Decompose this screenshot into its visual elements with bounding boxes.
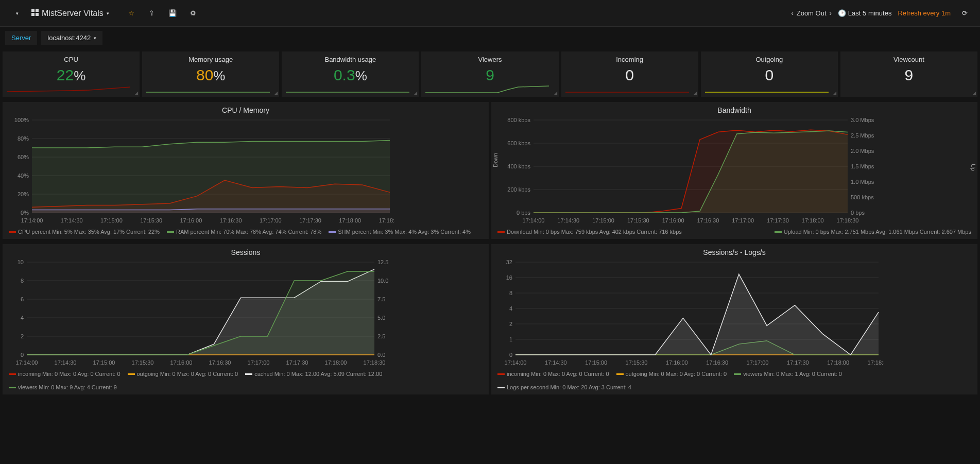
singlestat-title: Viewers [425,56,554,63]
legend-entry[interactable]: outgoing Min: 0 Max: 0 Avg: 0 Current: 0 [616,371,727,377]
svg-text:17:15:30: 17:15:30 [132,359,154,366]
y-axis-right-label: Up [970,164,976,171]
charts-row-1: CPU / Memory 0%20%40%60%80%100%17:14:001… [0,99,980,242]
svg-text:200 kbps: 200 kbps [507,186,530,193]
legend-swatch [128,373,135,375]
svg-text:400 kbps: 400 kbps [507,163,530,169]
legend-swatch [9,387,16,388]
caret-down-icon: ▾ [107,11,109,16]
singlestat-panel[interactable]: Viewcount 9 ◢ [840,51,977,97]
dashboard-title: MistServer Vitals [42,9,104,18]
clock-icon: 🕑 [838,9,846,17]
svg-text:20%: 20% [18,191,29,197]
chart-svg: 01248163217:14:0017:14:3017:15:0017:15:3… [497,260,884,368]
singlestat-panel[interactable]: Memory usage 80% ◢ [142,51,279,97]
settings-button[interactable]: ⚙ [185,6,201,21]
svg-text:5.0: 5.0 [377,315,385,321]
legend-swatch [497,231,505,233]
template-var-label[interactable]: Server [5,31,37,45]
legend-swatch [734,373,741,375]
resize-handle-icon[interactable]: ◢ [833,91,836,95]
legend-entry[interactable]: Logs per second Min: 0 Max: 20 Avg: 3 Cu… [497,384,631,390]
panel-cpu-memory[interactable]: CPU / Memory 0%20%40%60%80%100%17:14:001… [3,102,489,239]
chart-svg: 0 bps200 kbps400 kbps600 kbps800 kbps0 b… [497,117,884,226]
singlestat-panel[interactable]: CPU 22% ◢ [3,51,140,97]
singlestat-panel[interactable]: Viewers 9 ◢ [421,51,558,97]
template-var-value[interactable]: localhost:4242 ▾ [41,31,102,45]
legend-text: Download Min: 0 bps Max: 759 kbps Avg: 4… [507,229,682,235]
save-button[interactable]: 💾 [165,6,180,21]
resize-handle-icon[interactable]: ◢ [554,91,557,95]
refresh-interval[interactable]: Refresh every 1m [898,9,951,17]
dashboard-picker[interactable]: MistServer Vitals ▾ [26,6,114,21]
legend-swatch [329,231,336,233]
legend-swatch [9,373,16,375]
svg-text:17:15:00: 17:15:00 [585,359,607,366]
singlestat-panel[interactable]: Outgoing 0 ◢ [701,51,838,97]
legend-text: incoming Min: 0 Max: 0 Avg: 0 Current: 0 [507,371,609,377]
resize-handle-icon[interactable]: ◢ [973,91,976,95]
resize-handle-icon[interactable]: ◢ [274,91,278,95]
svg-text:17:17:00: 17:17:00 [747,359,769,366]
singlestat-value: 22% [7,66,135,84]
svg-text:10: 10 [18,260,24,265]
time-range-label: Last 5 minutes [848,9,892,17]
chart-svg: 02468100.02.55.07.510.012.517:14:0017:14… [9,260,395,368]
charts-row-2: Sessions 02468100.02.55.07.510.012.517:1… [0,242,980,397]
legend-entry[interactable]: RAM percent Min: 70% Max: 78% Avg: 74% C… [167,229,321,235]
svg-text:17:14:00: 17:14:00 [523,217,545,224]
legend-entry[interactable]: viewers Min: 0 Max: 1 Avg: 0 Current: 0 [734,371,842,377]
svg-text:17:14:30: 17:14:30 [545,359,567,366]
svg-text:10.0: 10.0 [377,278,388,284]
legend-text: CPU percent Min: 5% Max: 35% Avg: 17% Cu… [18,229,160,235]
resize-handle-icon[interactable]: ◢ [135,91,138,95]
legend-entry[interactable]: cached Min: 0 Max: 12.00 Avg: 5.09 Curre… [245,371,382,377]
legend-entry[interactable]: incoming Min: 0 Max: 0 Avg: 0 Current: 0 [9,371,121,377]
svg-text:2: 2 [509,321,512,327]
legend-entry[interactable]: outgoing Min: 0 Max: 0 Avg: 0 Current: 0 [128,371,238,377]
svg-text:17:16:30: 17:16:30 [697,217,719,224]
svg-text:17:18:30: 17:18:30 [364,359,386,366]
star-button[interactable]: ☆ [124,6,139,21]
panel-bandwidth[interactable]: Bandwidth Down 0 bps200 kbps400 kbps600 … [491,102,977,239]
svg-text:17:18:00: 17:18:00 [827,359,849,366]
svg-text:17:15:00: 17:15:00 [100,217,123,224]
singlestats-row: CPU 22% ◢ Memory usage 80% ◢ Bandwidth u… [0,49,980,99]
dashboard-icon [31,9,39,18]
refresh-button[interactable]: ⟳ [957,6,972,21]
singlestat-panel[interactable]: Bandwidth usage 0.3% ◢ [282,51,419,97]
legend-entry[interactable]: SHM percent Min: 3% Max: 4% Avg: 3% Curr… [329,229,471,235]
singlestat-panel[interactable]: Incoming 0 ◢ [561,51,698,97]
svg-rect-4 [31,13,35,16]
legend-swatch [167,231,174,233]
legend-entry[interactable]: incoming Min: 0 Max: 0 Avg: 0 Current: 0 [497,371,609,377]
svg-text:17:15:00: 17:15:00 [93,359,115,366]
grafana-logo[interactable]: ▾ [8,6,22,21]
legend-swatch [245,373,252,375]
legend-swatch [616,373,624,375]
svg-text:17:14:00: 17:14:00 [16,359,38,366]
svg-text:17:14:30: 17:14:30 [557,217,579,224]
svg-text:100%: 100% [14,117,29,123]
legend-entry[interactable]: Download Min: 0 bps Max: 759 kbps Avg: 4… [497,229,682,235]
resize-handle-icon[interactable]: ◢ [694,91,697,95]
resize-handle-icon[interactable]: ◢ [414,91,417,95]
svg-text:0%: 0% [21,210,29,216]
svg-text:17:18:00: 17:18:00 [339,217,361,224]
svg-text:17:14:00: 17:14:00 [21,217,43,224]
legend-entry[interactable]: CPU percent Min: 5% Max: 35% Avg: 17% Cu… [9,229,160,235]
legend-entry[interactable]: viewers Min: 0 Max: 9 Avg: 4 Current: 9 [9,384,117,390]
svg-text:17:18:00: 17:18:00 [802,217,824,224]
legend-entry[interactable]: Upload Min: 0 bps Max: 2.751 Mbps Avg: 1… [775,229,971,235]
svg-text:17:17:00: 17:17:00 [260,217,282,224]
share-button[interactable]: ⇪ [144,6,160,21]
panel-sessions-logs[interactable]: Sessions/s - Logs/s 01248163217:14:0017:… [491,244,977,394]
panel-sessions[interactable]: Sessions 02468100.02.55.07.510.012.517:1… [3,244,489,394]
singlestat-value: 80% [146,66,275,84]
time-range-picker[interactable]: 🕑 Last 5 minutes [838,9,892,17]
panel-title: Sessions [9,248,483,256]
svg-text:1.5 Mbps: 1.5 Mbps [851,163,874,169]
template-var-value-text: localhost:4242 [47,34,91,42]
zoom-out-label: Zoom Out [797,9,827,17]
zoom-out-button[interactable]: ‹ Zoom Out › [791,9,831,17]
